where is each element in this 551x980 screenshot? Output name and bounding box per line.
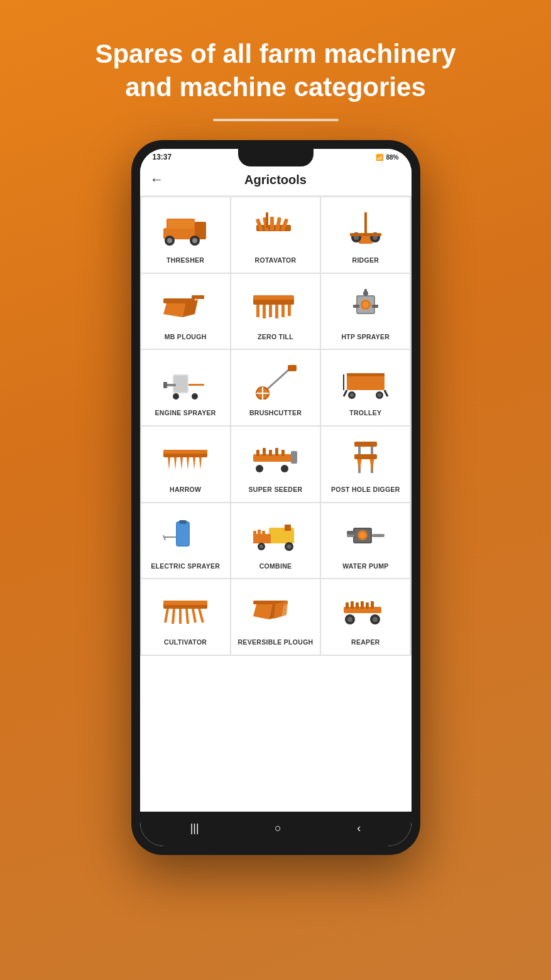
thresher-label: THRESHER bbox=[166, 256, 204, 265]
category-grid: THRESHERROTAVATORRIDGERMB PLOUGHZERO TIL… bbox=[140, 196, 412, 656]
grid-item-zero-till[interactable]: ZERO TILL bbox=[231, 274, 320, 349]
page-heading: Spares of all farm machinery and machine… bbox=[57, 38, 493, 104]
svg-point-78 bbox=[256, 465, 263, 472]
svg-rect-74 bbox=[263, 448, 266, 456]
header-section: Spares of all farm machinery and machine… bbox=[57, 0, 493, 140]
status-icons: 📶 88% bbox=[376, 154, 398, 161]
harrow-label: HARROW bbox=[170, 486, 201, 494]
svg-line-108 bbox=[165, 609, 168, 623]
phone-screen: 13:37 📶 88% ← Agrictools THRESHERROTAVAT… bbox=[140, 149, 412, 846]
mb-plough-icon bbox=[157, 283, 214, 327]
ridger-icon bbox=[337, 206, 394, 250]
electric-sprayer-label: ELECTRIC SPRAYER bbox=[151, 562, 220, 571]
svg-rect-104 bbox=[347, 531, 354, 535]
svg-rect-29 bbox=[263, 305, 266, 318]
htp-sprayer-icon bbox=[337, 283, 394, 327]
svg-rect-114 bbox=[163, 601, 207, 605]
zero-till-label: ZERO TILL bbox=[258, 333, 293, 342]
grid-item-mb-plough[interactable]: MB PLOUGH bbox=[141, 274, 230, 349]
nav-home-button[interactable]: ○ bbox=[265, 819, 292, 837]
svg-rect-87 bbox=[179, 520, 187, 524]
svg-rect-125 bbox=[371, 601, 374, 609]
svg-line-111 bbox=[187, 609, 188, 624]
svg-point-42 bbox=[363, 302, 369, 308]
svg-rect-80 bbox=[291, 451, 297, 464]
svg-rect-15 bbox=[266, 212, 268, 219]
svg-line-112 bbox=[193, 609, 195, 623]
thresher-icon bbox=[157, 206, 214, 250]
svg-point-128 bbox=[347, 617, 352, 622]
svg-rect-77 bbox=[281, 450, 285, 456]
brushcutter-icon bbox=[247, 359, 303, 403]
grid-item-brushcutter[interactable]: BRUSHCUTTER bbox=[231, 350, 320, 425]
content-area: THRESHERROTAVATORRIDGERMB PLOUGHZERO TIL… bbox=[140, 196, 412, 812]
cultivator-label: CULTIVATOR bbox=[164, 638, 207, 647]
svg-rect-32 bbox=[281, 305, 285, 317]
svg-rect-123 bbox=[361, 601, 364, 609]
svg-rect-34 bbox=[253, 295, 294, 300]
svg-rect-11 bbox=[270, 217, 274, 231]
svg-line-89 bbox=[163, 535, 165, 540]
svg-point-79 bbox=[281, 465, 288, 472]
svg-line-58 bbox=[385, 390, 388, 396]
grid-item-htp-sprayer[interactable]: HTP SPRAYER bbox=[321, 274, 410, 349]
grid-item-electric-sprayer[interactable]: ELECTRIC SPRAYER bbox=[141, 503, 230, 579]
grid-item-post-hole-digger[interactable]: POST HOLE DIGGER bbox=[321, 427, 410, 502]
grid-item-harrow[interactable]: HARROW bbox=[141, 427, 230, 502]
grid-item-thresher[interactable]: THRESHER bbox=[141, 197, 230, 273]
svg-rect-28 bbox=[256, 305, 259, 317]
svg-marker-67 bbox=[180, 457, 183, 470]
svg-line-109 bbox=[173, 609, 174, 624]
svg-rect-40 bbox=[364, 289, 367, 295]
brushcutter-label: BRUSHCUTTER bbox=[249, 409, 302, 418]
svg-rect-102 bbox=[372, 534, 385, 537]
svg-point-97 bbox=[259, 545, 263, 548]
app-title: Agrictools bbox=[244, 173, 307, 187]
grid-item-rotavator[interactable]: ROTAVATOR bbox=[231, 197, 320, 273]
svg-rect-86 bbox=[177, 523, 188, 545]
svg-point-98 bbox=[287, 544, 292, 548]
svg-rect-56 bbox=[347, 373, 385, 376]
grid-item-reversible-plough[interactable]: REVERSIBLE PLOUGH bbox=[231, 579, 320, 655]
grid-item-reaper[interactable]: REAPER bbox=[321, 579, 410, 655]
grid-item-water-pump[interactable]: WATER PUMP bbox=[321, 503, 410, 579]
back-button[interactable]: ← bbox=[150, 172, 164, 188]
svg-rect-47 bbox=[188, 384, 204, 386]
nav-menu-button[interactable]: ||| bbox=[180, 819, 209, 837]
svg-rect-92 bbox=[253, 531, 256, 543]
grid-item-ridger[interactable]: RIDGER bbox=[321, 197, 410, 273]
nav-back-button[interactable]: ‹ bbox=[347, 819, 371, 837]
reaper-label: REAPER bbox=[351, 638, 380, 647]
grid-item-engine-sprayer[interactable]: ENGINE SPRAYER bbox=[141, 350, 230, 425]
post-hole-digger-label: POST HOLE DIGGER bbox=[331, 486, 400, 494]
svg-rect-94 bbox=[262, 531, 265, 543]
grid-item-cultivator[interactable]: CULTIVATOR bbox=[141, 579, 230, 655]
engine-sprayer-icon bbox=[157, 359, 214, 403]
svg-point-49 bbox=[192, 393, 198, 400]
svg-rect-121 bbox=[351, 601, 354, 609]
cultivator-icon bbox=[157, 588, 214, 632]
svg-rect-46 bbox=[163, 382, 167, 388]
ridger-label: RIDGER bbox=[352, 256, 379, 265]
svg-point-129 bbox=[373, 617, 378, 622]
grid-item-combine[interactable]: COMBINE bbox=[231, 503, 320, 579]
svg-rect-84 bbox=[354, 454, 377, 459]
svg-point-62 bbox=[378, 393, 381, 397]
svg-marker-24 bbox=[163, 303, 185, 317]
svg-rect-71 bbox=[163, 450, 207, 454]
svg-rect-7 bbox=[168, 220, 194, 229]
svg-point-48 bbox=[173, 393, 179, 400]
svg-rect-31 bbox=[275, 305, 278, 318]
svg-point-5 bbox=[192, 238, 197, 243]
svg-line-113 bbox=[199, 609, 203, 623]
combine-icon bbox=[247, 512, 303, 556]
divider bbox=[213, 119, 339, 121]
grid-item-super-seeder[interactable]: SUPER SEEDER bbox=[231, 427, 320, 502]
super-seeder-icon bbox=[247, 435, 303, 479]
status-time: 13:37 bbox=[153, 153, 172, 161]
water-pump-icon bbox=[337, 512, 394, 556]
svg-marker-70 bbox=[199, 457, 202, 470]
grid-item-trolley[interactable]: TROLLEY bbox=[321, 350, 410, 425]
svg-marker-69 bbox=[193, 457, 195, 470]
svg-rect-44 bbox=[174, 376, 187, 392]
